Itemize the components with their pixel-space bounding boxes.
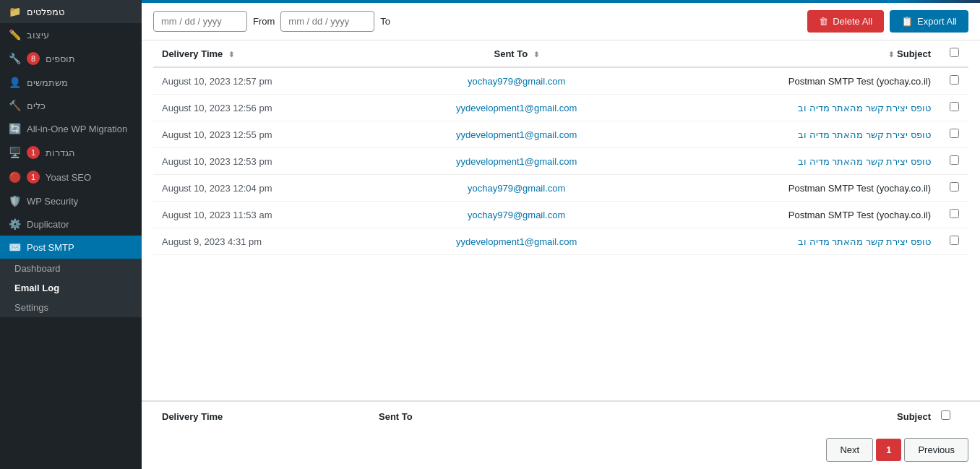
templates-icon: 📁 xyxy=(9,6,21,17)
bottom-bar: Delivery Time Sent To Subject xyxy=(142,400,980,431)
pagination: Next 1 Previous xyxy=(142,431,980,469)
table-row: August 10, 2023 12:55 pmyydevelopment1@g… xyxy=(153,121,968,148)
cell-subject: טופס יצירת קשר מהאתר מדיה וב xyxy=(644,148,940,175)
bottom-col-time-label: Delivery Time xyxy=(162,411,379,422)
export-icon: 📋 xyxy=(901,16,913,27)
cell-time: August 10, 2023 12:04 pm xyxy=(153,175,389,202)
row-checkbox[interactable] xyxy=(950,155,959,165)
select-all-checkbox[interactable] xyxy=(950,48,959,57)
next-button[interactable]: Next xyxy=(826,438,873,462)
bottom-select-all-checkbox[interactable] xyxy=(941,410,950,420)
sidebar: טמפלטים 📁 עיצוב ✏️ תוספים 8 🔧 משתמשים 👤 … xyxy=(0,0,142,469)
sidebar-sub-settings[interactable]: Settings xyxy=(0,298,142,317)
table-row: August 10, 2023 12:04 pmyochay979@gmail.… xyxy=(153,175,968,202)
row-checkbox[interactable] xyxy=(950,236,959,245)
allinone-icon: 🔄 xyxy=(9,123,21,134)
cell-time: August 9, 2023 4:31 pm xyxy=(153,228,389,255)
cell-subject: Postman SMTP Test (yochay.co.il) xyxy=(644,175,940,202)
date-from-input[interactable] xyxy=(153,11,247,32)
cell-checkbox xyxy=(940,121,968,148)
cell-subject: טופס יצירת קשר מהאתר מדיה וב xyxy=(644,121,940,148)
email-log-table-wrapper: Delivery Time ⬍ Sent To ⬍ Subject ⬍ xyxy=(142,40,980,400)
settings-badge: 1 xyxy=(27,146,40,159)
cell-subject: Postman SMTP Test (yochay.co.il) xyxy=(644,202,940,228)
cell-checkbox xyxy=(940,228,968,255)
sidebar-item-wpsecurity[interactable]: WP Security 🛡️ xyxy=(0,189,142,212)
table-row: August 10, 2023 11:53 amyochay979@gmail.… xyxy=(153,202,968,228)
sidebar-item-duplicator[interactable]: Duplicator ⚙️ xyxy=(0,212,142,236)
cell-checkbox xyxy=(940,95,968,121)
previous-button[interactable]: Previous xyxy=(904,438,968,462)
cell-checkbox xyxy=(940,175,968,202)
table-row: August 10, 2023 12:57 pmyochay979@gmail.… xyxy=(153,67,968,95)
sort-icon-subject: ⬍ xyxy=(888,51,894,59)
sidebar-item-yoast[interactable]: Yoast SEO 1 🔴 xyxy=(0,165,142,189)
cell-sentto: yydevelopment1@gmail.com xyxy=(389,228,644,255)
cell-time: August 10, 2023 12:57 pm xyxy=(153,67,389,95)
users-icon: 👤 xyxy=(9,77,21,88)
cell-sentto: yochay979@gmail.com xyxy=(389,175,644,202)
sort-icon-sentto: ⬍ xyxy=(533,51,539,59)
bottom-table-header: Delivery Time Sent To Subject xyxy=(153,408,968,425)
postsmtp-icon: ✉️ xyxy=(9,241,21,253)
table-header-row: Delivery Time ⬍ Sent To ⬍ Subject ⬍ xyxy=(153,40,968,67)
cell-checkbox xyxy=(940,67,968,95)
sidebar-item-design[interactable]: עיצוב ✏️ xyxy=(0,23,142,46)
cell-sentto: yydevelopment1@gmail.com xyxy=(389,121,644,148)
row-checkbox[interactable] xyxy=(950,129,959,138)
top-bar: From To 🗑 Delete All 📋 Export All xyxy=(142,3,980,40)
cell-checkbox xyxy=(940,202,968,228)
sidebar-sub-email-log[interactable]: Email Log xyxy=(0,278,142,298)
yoast-badge: 1 xyxy=(27,171,40,184)
delete-all-button[interactable]: 🗑 Delete All xyxy=(807,10,884,33)
col-header-subject: Subject ⬍ xyxy=(644,40,940,67)
sidebar-item-addons[interactable]: תוספים 8 🔧 xyxy=(0,46,142,71)
cell-checkbox xyxy=(940,148,968,175)
row-checkbox[interactable] xyxy=(950,209,959,218)
cell-sentto: yydevelopment1@gmail.com xyxy=(389,148,644,175)
settings-icon: 🖥️ xyxy=(9,147,21,158)
email-log-table: Delivery Time ⬍ Sent To ⬍ Subject ⬍ xyxy=(153,40,968,255)
trash-icon: 🗑 xyxy=(819,16,828,27)
row-checkbox[interactable] xyxy=(950,75,959,85)
yoast-icon: 🔴 xyxy=(9,171,21,183)
table-row: August 9, 2023 4:31 pmyydevelopment1@gma… xyxy=(153,228,968,255)
cell-time: August 10, 2023 12:56 pm xyxy=(153,95,389,121)
row-checkbox[interactable] xyxy=(950,182,959,192)
date-to-input[interactable] xyxy=(280,11,374,32)
row-checkbox[interactable] xyxy=(950,102,959,111)
col-header-delivery-time: Delivery Time ⬍ xyxy=(153,40,389,67)
sort-icon-time: ⬍ xyxy=(228,51,234,59)
sidebar-item-users[interactable]: משתמשים 👤 xyxy=(0,71,142,94)
sidebar-item-postsmtp[interactable]: Post SMTP ✉️ xyxy=(0,236,142,259)
sidebar-sub-dashboard[interactable]: Dashboard xyxy=(0,259,142,278)
cell-sentto: yochay979@gmail.com xyxy=(389,202,644,228)
page-1-button[interactable]: 1 xyxy=(876,439,901,461)
bottom-col-sentto-label: Sent To xyxy=(379,411,655,422)
bottom-col-checkbox xyxy=(931,410,960,422)
table-row: August 10, 2023 12:56 pmyydevelopment1@g… xyxy=(153,95,968,121)
sidebar-item-tools[interactable]: כלים 🔨 xyxy=(0,94,142,117)
cell-time: August 10, 2023 12:55 pm xyxy=(153,121,389,148)
export-all-button[interactable]: 📋 Export All xyxy=(890,10,968,33)
sidebar-submenu: Dashboard Email Log Settings xyxy=(0,259,142,317)
cell-subject: טופס יצירת קשר מהאתר מדיה וב xyxy=(644,228,940,255)
col-header-checkbox xyxy=(940,40,968,67)
from-label: From xyxy=(253,16,275,27)
sidebar-item-allinone[interactable]: All-in-One WP Migration 🔄 xyxy=(0,117,142,140)
cell-time: August 10, 2023 12:53 pm xyxy=(153,148,389,175)
sidebar-item-settings[interactable]: הגדרות 1 🖥️ xyxy=(0,140,142,165)
cell-subject: Postman SMTP Test (yochay.co.il) xyxy=(644,67,940,95)
cell-subject: טופס יצירת קשר מהאתר מדיה וב xyxy=(644,95,940,121)
main-content: From To 🗑 Delete All 📋 Export All Delive… xyxy=(142,0,980,469)
to-label: To xyxy=(380,16,390,27)
col-header-sent-to: Sent To ⬍ xyxy=(389,40,644,67)
tools-icon: 🔨 xyxy=(9,100,21,111)
addons-icon: 🔧 xyxy=(9,53,21,64)
duplicator-icon: ⚙️ xyxy=(9,218,21,230)
sidebar-item-templates[interactable]: טמפלטים 📁 xyxy=(0,0,142,23)
cell-sentto: yochay979@gmail.com xyxy=(389,67,644,95)
wpsecurity-icon: 🛡️ xyxy=(9,195,21,207)
bottom-col-subject-label: Subject xyxy=(655,411,931,422)
addons-badge: 8 xyxy=(27,52,40,65)
